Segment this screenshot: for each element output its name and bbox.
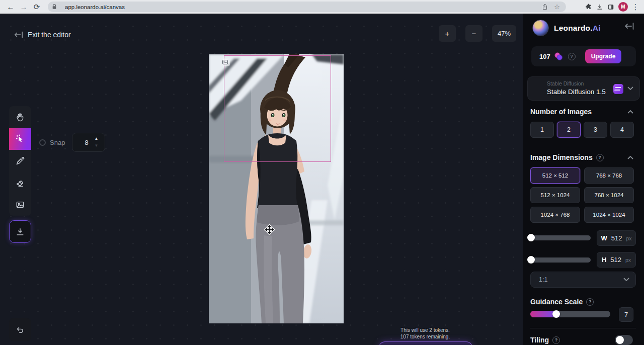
select-tool[interactable] [9, 128, 31, 150]
snap-decrement-icon[interactable]: ▼ [94, 144, 98, 148]
browser-reload-icon[interactable]: ⟳ [30, 0, 43, 14]
snap-label: Snap [50, 139, 65, 146]
zoom-in-button[interactable]: + [439, 25, 456, 42]
section-divider [530, 328, 636, 328]
downloads-icon[interactable] [596, 4, 606, 11]
guidance-scale-value: 7 [624, 311, 628, 318]
snap-value: 8 [85, 139, 88, 146]
snap-toggle[interactable] [39, 139, 46, 146]
brand-header: Leonardo.Ai [532, 20, 601, 36]
aspect-ratio-chevron-down-icon [623, 278, 629, 282]
num-images-option-2-selected[interactable]: 2 [557, 122, 581, 138]
upgrade-button[interactable]: Upgrade [585, 49, 621, 63]
tiling-help-icon[interactable]: ? [552, 336, 560, 344]
height-value-box[interactable]: H 512 px [597, 252, 636, 268]
model-value: Stable Diffusion 1.5 [547, 88, 606, 96]
aspect-ratio-value: 1:1 [539, 276, 623, 283]
split-screen-icon[interactable] [607, 4, 617, 11]
snap-control: Snap 8 ▲ ▼ [39, 133, 98, 152]
guidance-scale-value-box[interactable]: 7 [619, 307, 633, 322]
width-unit: px [626, 235, 631, 241]
download-tool[interactable] [9, 220, 31, 243]
width-value: 512 [611, 234, 622, 242]
image-dimensions-label: Image Dimensions [530, 153, 593, 161]
pan-hand-tool[interactable] [9, 106, 31, 128]
image-dimensions-title: Image Dimensions ? [530, 153, 604, 161]
tool-rail [9, 106, 31, 216]
browser-profile-avatar[interactable]: M [618, 2, 628, 12]
dimension-768x768[interactable]: 768 × 768 [584, 167, 634, 184]
num-images-option-1[interactable]: 1 [530, 122, 554, 138]
image-tool[interactable] [9, 194, 31, 216]
dimension-1024x768[interactable]: 1024 × 768 [530, 207, 580, 223]
url-text: app.leonardo.ai/canvas [65, 4, 542, 10]
dimension-512x512-selected[interactable]: 512 × 512 [530, 167, 580, 184]
brand-name-main: Leonardo. [554, 24, 593, 32]
browser-back-icon[interactable]: ← [4, 0, 17, 14]
settings-sidebar: Leonardo.Ai 107 ? Upgrade Stable Diffusi… [523, 14, 644, 345]
token-usage-note: This will use 2 tokens. 107 tokens remai… [382, 327, 468, 340]
model-selector[interactable]: Stable Diffusion Stable Diffusion 1.5 [527, 76, 640, 101]
exit-editor-label: Exit the editor [28, 31, 71, 39]
number-of-images-title: Number of Images [530, 108, 592, 116]
sketch-tool[interactable] [9, 150, 31, 172]
exit-editor-button[interactable]: Exit the editor [14, 31, 71, 39]
number-of-images-collapse-icon[interactable] [627, 110, 633, 114]
leonardo-canvas-app: ← → ⟳ app.leonardo.ai/canvas ☆ M ⋮ [0, 0, 644, 345]
dimension-1024x1024[interactable]: 1024 × 1024 [584, 207, 634, 223]
token-help-icon[interactable]: ? [568, 53, 576, 60]
dimension-512x1024[interactable]: 512 × 1024 [530, 187, 580, 203]
snap-increment-icon[interactable]: ▲ [94, 137, 98, 141]
guidance-scale-help-icon[interactable]: ? [586, 298, 594, 306]
model-label: Stable Diffusion [547, 80, 584, 87]
extensions-puzzle-icon[interactable] [585, 4, 595, 11]
image-dimensions-help-icon[interactable]: ? [596, 154, 604, 161]
browser-menu-icon[interactable]: ⋮ [629, 0, 642, 14]
undo-button[interactable] [9, 318, 31, 341]
bookmark-star-icon[interactable]: ☆ [552, 3, 562, 11]
lock-icon [52, 4, 62, 10]
canvas-image[interactable] [209, 54, 344, 323]
tiling-toggle[interactable] [615, 335, 633, 345]
height-unit: px [625, 257, 631, 263]
tiling-label: Tiling [530, 336, 549, 344]
dimension-768x1024[interactable]: 768 × 1024 [584, 187, 634, 203]
token-balance-pill: 107 ? Upgrade [531, 46, 636, 66]
model-badge-icon [613, 84, 623, 94]
height-slider-thumb[interactable] [527, 256, 535, 264]
model-chevron-down-icon[interactable] [627, 87, 633, 91]
collapse-sidebar-icon[interactable] [624, 23, 634, 30]
guidance-scale-label: Guidance Scale [530, 298, 583, 306]
number-of-images-label: Number of Images [530, 108, 592, 116]
guidance-scale-slider-thumb[interactable] [552, 310, 560, 318]
canvas-stage[interactable]: Exit the editor + − 47% [0, 14, 523, 345]
guidance-scale-title: Guidance Scale ? [530, 298, 594, 306]
coins-icon [554, 52, 563, 61]
address-bar[interactable]: app.leonardo.ai/canvas ☆ [48, 2, 566, 12]
generate-button[interactable] [379, 341, 472, 345]
num-images-option-3[interactable]: 3 [584, 122, 607, 138]
aspect-ratio-dropdown[interactable]: 1:1 [530, 272, 636, 288]
snap-value-input[interactable]: 8 [72, 133, 105, 152]
tiling-title: Tiling ? [530, 336, 560, 344]
height-slider-track[interactable] [530, 257, 591, 263]
brand-name: Leonardo.Ai [554, 24, 601, 33]
width-slider-thumb[interactable] [527, 234, 535, 241]
token-usage-line2: 107 tokens remaining. [382, 333, 468, 340]
width-label: W [601, 234, 607, 242]
image-dimensions-collapse-icon[interactable] [627, 155, 633, 159]
exit-arrow-icon [14, 31, 23, 38]
height-label: H [602, 256, 606, 264]
share-icon[interactable] [542, 4, 552, 10]
zoom-out-button[interactable]: − [465, 25, 482, 42]
browser-toolbar: ← → ⟳ app.leonardo.ai/canvas ☆ M ⋮ [0, 0, 644, 14]
zoom-level-indicator[interactable]: 47% [492, 25, 516, 42]
width-value-box[interactable]: W 512 px [597, 230, 636, 246]
leonardo-logo-avatar[interactable] [532, 20, 549, 36]
token-usage-line1: This will use 2 tokens. [382, 327, 468, 333]
eraser-tool[interactable] [9, 172, 31, 194]
browser-forward-icon[interactable]: → [17, 0, 30, 14]
num-images-option-4[interactable]: 4 [610, 122, 634, 138]
token-balance: 107 [539, 53, 550, 60]
width-slider-track[interactable] [530, 235, 591, 240]
